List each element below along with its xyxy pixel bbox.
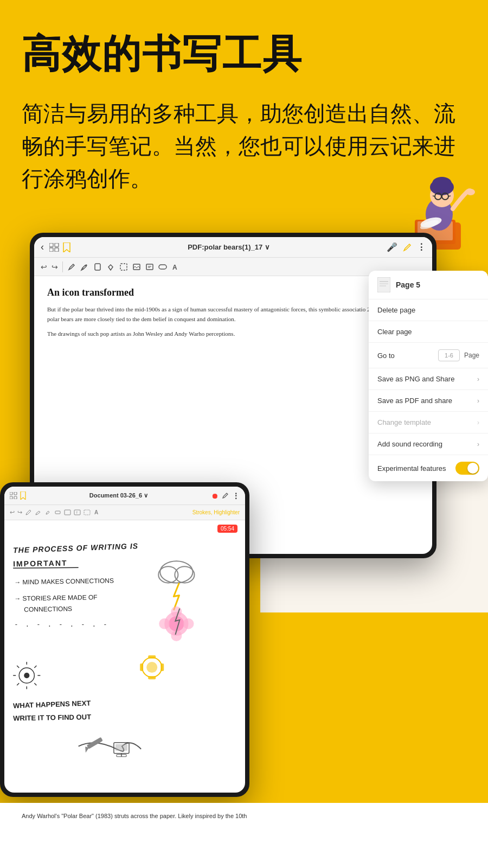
img-small[interactable] bbox=[64, 509, 71, 516]
main-toolbar: ‹ PDF:polar bears(1)_17 ∨ 🎤 bbox=[34, 237, 432, 258]
add-sound-item[interactable]: Add sound recording › bbox=[369, 433, 488, 455]
svg-rect-43 bbox=[14, 496, 17, 499]
back-button[interactable]: ‹ bbox=[41, 241, 44, 253]
change-template-item[interactable]: Change template › bbox=[369, 412, 488, 433]
selection-icon[interactable] bbox=[119, 263, 128, 271]
goto-page-item[interactable]: Go to Page bbox=[369, 343, 488, 368]
svg-line-11 bbox=[448, 196, 451, 196]
font-a-small[interactable]: A bbox=[93, 509, 100, 516]
marker-small[interactable] bbox=[44, 509, 52, 516]
goto-label: Go to bbox=[377, 352, 395, 360]
svg-rect-22 bbox=[146, 264, 153, 270]
svg-point-60 bbox=[24, 673, 29, 678]
svg-rect-42 bbox=[10, 496, 12, 499]
redo-icon[interactable]: ↪ bbox=[52, 263, 58, 271]
context-menu: Page 5 Delete page Clear page Go to Page… bbox=[369, 271, 488, 481]
image-icon[interactable] bbox=[132, 263, 141, 271]
record-icon[interactable]: ⏺ bbox=[211, 492, 219, 500]
svg-text:THE PROCESS OF WRITING IS: THE PROCESS OF WRITING IS bbox=[13, 541, 139, 554]
link-icon[interactable] bbox=[158, 263, 167, 271]
svg-point-81 bbox=[183, 618, 194, 629]
document-heading: An icon transformed bbox=[47, 287, 419, 298]
font-icon[interactable]: A bbox=[171, 263, 180, 271]
devices-area: ‹ PDF:polar bears(1)_17 ∨ 🎤 bbox=[0, 233, 488, 829]
toolbar-separator bbox=[62, 261, 63, 272]
experimental-features-item[interactable]: Experimental features bbox=[369, 455, 488, 481]
delete-page-item[interactable]: Delete page bbox=[369, 299, 488, 321]
select-small[interactable] bbox=[84, 509, 91, 516]
svg-rect-48 bbox=[84, 510, 90, 515]
svg-rect-87 bbox=[115, 744, 127, 751]
svg-point-12 bbox=[466, 189, 475, 195]
goto-input[interactable] bbox=[438, 349, 460, 361]
pencil-tool-icon[interactable] bbox=[80, 263, 89, 271]
svg-text:A: A bbox=[172, 264, 177, 271]
chevron-right-icon: › bbox=[477, 419, 479, 426]
pen-icon[interactable] bbox=[403, 243, 412, 252]
svg-text:→ MIND MAKES CONNECTIONS: → MIND MAKES CONNECTIONS bbox=[14, 577, 114, 586]
document-title[interactable]: PDF:polar bears(1)_17 ∨ bbox=[74, 243, 383, 251]
marker-tool-icon[interactable] bbox=[93, 263, 102, 271]
save-png-label: Save as PNG and Share bbox=[377, 375, 454, 383]
chevron-right-icon: › bbox=[477, 441, 479, 448]
svg-text:WHAT HAPPENS NEXT: WHAT HAPPENS NEXT bbox=[13, 699, 91, 710]
pen-tool-small[interactable] bbox=[25, 509, 32, 516]
svg-line-65 bbox=[17, 666, 19, 668]
svg-rect-27 bbox=[377, 277, 390, 292]
save-pdf-label: Save as PDF and share bbox=[377, 397, 452, 405]
toggle-thumb bbox=[467, 463, 478, 474]
highlighter-icon[interactable] bbox=[106, 263, 115, 271]
undo-icon[interactable]: ↩ bbox=[41, 263, 47, 271]
svg-text:- . - . - . - . -: - . - . - . - . - bbox=[14, 621, 108, 628]
svg-rect-40 bbox=[10, 492, 12, 495]
svg-line-67 bbox=[34, 666, 36, 668]
svg-rect-18 bbox=[55, 248, 59, 252]
mic-icon[interactable]: 🎤 bbox=[387, 242, 397, 252]
menu-header: Page 5 bbox=[369, 271, 488, 299]
handwriting-canvas: THE PROCESS OF WRITING IS IMPORTANT → MI… bbox=[4, 520, 245, 793]
pencil-small[interactable] bbox=[35, 509, 42, 516]
sec-drawing-tools: ↩ ↪ bbox=[10, 509, 100, 516]
svg-rect-25 bbox=[159, 265, 166, 269]
pen-small-icon[interactable] bbox=[222, 492, 229, 499]
pen-tool-icon[interactable] bbox=[67, 263, 76, 271]
chevron-right-icon: › bbox=[477, 375, 479, 383]
bottom-caption: Andy Warhol's "Polar Bear" (1983) struts… bbox=[22, 812, 466, 821]
highlight-small[interactable] bbox=[54, 509, 61, 516]
document-paragraph-2: The drawings of such pop artists as John… bbox=[47, 329, 419, 339]
bottom-section: Andy Warhol's "Polar Bear" (1983) struts… bbox=[0, 803, 488, 868]
secondary-left-icons bbox=[10, 492, 27, 500]
svg-rect-45 bbox=[65, 510, 70, 515]
add-sound-label: Add sound recording bbox=[377, 440, 442, 448]
save-pdf-item[interactable]: Save as PDF and share › bbox=[369, 390, 488, 412]
svg-line-66 bbox=[34, 683, 36, 685]
experimental-toggle[interactable] bbox=[455, 462, 479, 475]
svg-rect-74 bbox=[160, 663, 164, 671]
menu-page-title: Page 5 bbox=[396, 280, 420, 289]
svg-line-52 bbox=[13, 568, 78, 569]
redo-small-icon[interactable]: ↪ bbox=[17, 509, 22, 516]
secondary-right-icons: ⏺ ⋮ bbox=[211, 492, 240, 500]
more-options-button[interactable]: ⋮ bbox=[417, 242, 426, 252]
svg-rect-19 bbox=[95, 264, 100, 270]
bookmark-small-icon bbox=[20, 492, 27, 500]
more-small-icon[interactable]: ⋮ bbox=[232, 492, 240, 500]
svg-text:A: A bbox=[94, 509, 98, 515]
secondary-toolbar: Document 03-26_6 ∨ ⏺ ⋮ bbox=[4, 487, 245, 505]
secondary-screen: Document 03-26_6 ∨ ⏺ ⋮ ↩ ↪ bbox=[4, 487, 245, 793]
undo-small-icon[interactable]: ↩ bbox=[10, 509, 15, 516]
document-paragraph-1: But if the polar bear thrived into the m… bbox=[47, 305, 419, 324]
text-box-icon[interactable] bbox=[145, 263, 154, 271]
svg-point-82 bbox=[171, 607, 182, 617]
svg-text:CONNECTIONS: CONNECTIONS bbox=[24, 605, 72, 614]
svg-text:WRITE IT TO FIND OUT: WRITE IT TO FIND OUT bbox=[13, 713, 91, 723]
svg-rect-73 bbox=[140, 663, 143, 671]
svg-rect-41 bbox=[14, 492, 17, 495]
svg-rect-15 bbox=[49, 243, 53, 247]
chevron-right-icon: › bbox=[477, 397, 479, 405]
save-png-item[interactable]: Save as PNG and Share › bbox=[369, 368, 488, 390]
page-icon bbox=[377, 277, 390, 292]
secondary-doc-title[interactable]: Document 03-26_6 ∨ bbox=[30, 492, 208, 499]
text-small[interactable]: T bbox=[74, 509, 81, 516]
clear-page-item[interactable]: Clear page bbox=[369, 321, 488, 343]
